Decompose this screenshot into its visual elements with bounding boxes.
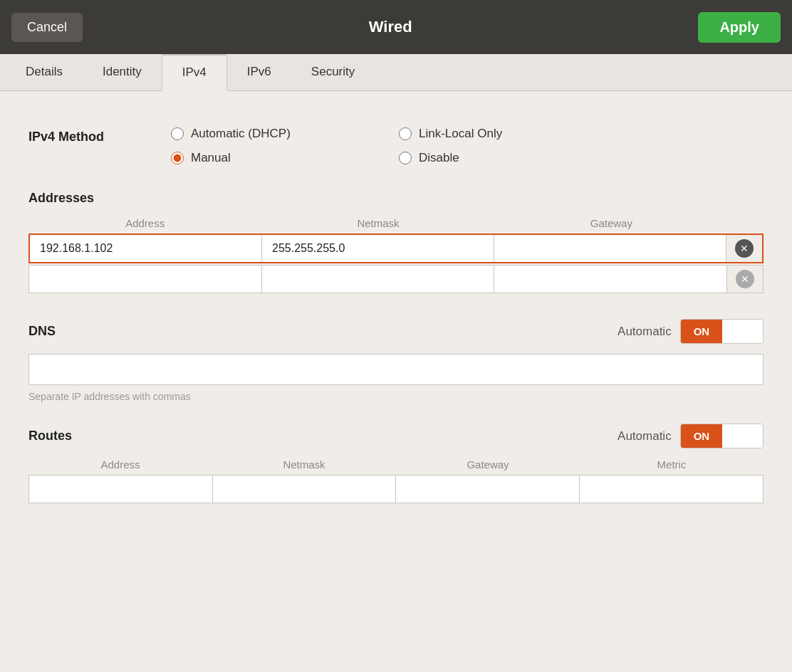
method-disable-label: Disable <box>419 151 459 165</box>
remove-row-1-button[interactable]: ✕ <box>735 239 754 258</box>
address-input-2[interactable] <box>39 273 251 285</box>
method-link-local-label: Link-Local Only <box>419 127 502 141</box>
dns-toggle-on: ON <box>681 320 723 343</box>
gateway-input-2[interactable] <box>504 273 717 285</box>
routes-toggle-off <box>722 424 763 448</box>
routes-gateway-input[interactable] <box>406 483 569 495</box>
addresses-section: Addresses Address Netmask Gateway <box>28 191 764 293</box>
apply-button[interactable]: Apply <box>698 12 781 43</box>
routes-col-netmask: Netmask <box>212 458 396 471</box>
routes-cell-netmask <box>213 476 397 503</box>
cancel-button[interactable]: Cancel <box>11 13 83 42</box>
routes-section: Routes Automatic ON Address Netmask Gate… <box>28 424 764 503</box>
method-dhcp-radio[interactable] <box>171 127 184 140</box>
dns-section: DNS Automatic ON Separate IP addresses w… <box>28 319 764 402</box>
addresses-title: Addresses <box>28 191 764 206</box>
addresses-header: Address Netmask Gateway <box>28 217 764 229</box>
address-cell-2-addr <box>29 266 262 293</box>
window-title: Wired <box>369 18 412 36</box>
routes-col-gateway: Gateway <box>396 458 580 471</box>
remove-cell-1: ✕ <box>726 235 762 262</box>
routes-row-1 <box>28 475 764 503</box>
routes-toggle-on: ON <box>681 424 723 448</box>
tab-identity[interactable]: Identity <box>83 54 162 91</box>
ipv4-method-options: Automatic (DHCP) Link-Local Only Manual … <box>171 127 598 165</box>
routes-auto-toggle: Automatic ON <box>618 424 764 448</box>
dns-hint: Separate IP addresses with commas <box>28 391 764 402</box>
routes-cell-gateway <box>396 476 580 503</box>
address-cell-1-netmask <box>262 235 494 262</box>
dns-title: DNS <box>28 324 56 339</box>
address-input-1[interactable] <box>40 242 251 255</box>
ipv4-method-section: IPv4 Method Automatic (DHCP) Link-Local … <box>28 127 764 165</box>
method-disable[interactable]: Disable <box>399 151 598 165</box>
routes-automatic-label: Automatic <box>618 429 672 443</box>
routes-metric-input[interactable] <box>590 483 754 495</box>
netmask-input-1[interactable] <box>272 242 484 255</box>
titlebar: Cancel Wired Apply <box>0 0 792 54</box>
routes-header: Routes Automatic ON <box>28 424 764 448</box>
method-manual-radio[interactable] <box>171 152 184 164</box>
method-manual[interactable]: Manual <box>171 151 370 165</box>
routes-cell-metric <box>580 476 764 503</box>
dns-automatic-label: Automatic <box>618 325 672 339</box>
tab-security[interactable]: Security <box>291 54 375 91</box>
method-link-local-radio[interactable] <box>399 127 412 140</box>
routes-table-header: Address Netmask Gateway Metric <box>28 458 764 471</box>
address-cell-1-addr <box>30 235 262 262</box>
method-disable-radio[interactable] <box>399 152 412 164</box>
col-netmask: Netmask <box>261 217 494 229</box>
method-dhcp-label: Automatic (DHCP) <box>191 127 291 141</box>
col-gateway: Gateway <box>495 217 728 229</box>
method-link-local[interactable]: Link-Local Only <box>399 127 598 141</box>
tabs-bar: Details Identity IPv4 IPv6 Security <box>0 54 792 91</box>
routes-toggle-switch[interactable]: ON <box>680 424 764 448</box>
ipv4-method-label: IPv4 Method <box>28 127 171 145</box>
routes-col-metric: Metric <box>580 458 764 471</box>
routes-address-input[interactable] <box>39 483 202 495</box>
method-manual-label: Manual <box>191 151 231 165</box>
routes-col-address: Address <box>28 458 212 471</box>
routes-cell-addr <box>29 476 213 503</box>
netmask-input-2[interactable] <box>272 273 484 285</box>
addresses-table: Address Netmask Gateway ✕ <box>28 217 764 293</box>
dns-header: DNS Automatic ON <box>28 319 764 344</box>
routes-title: Routes <box>28 429 72 443</box>
remove-row-2-button[interactable]: ✕ <box>736 270 754 288</box>
address-row-2: ✕ <box>28 265 764 293</box>
remove-cell-2: ✕ <box>727 266 763 293</box>
tab-ipv6[interactable]: IPv6 <box>227 54 291 91</box>
dns-input[interactable] <box>28 354 764 385</box>
gateway-input-1[interactable] <box>504 242 716 255</box>
address-cell-2-gateway <box>494 266 727 293</box>
main-content: IPv4 Method Automatic (DHCP) Link-Local … <box>0 91 792 539</box>
tab-details[interactable]: Details <box>6 54 83 91</box>
address-cell-2-netmask <box>262 266 495 293</box>
address-cell-1-gateway <box>494 235 726 262</box>
tab-ipv4[interactable]: IPv4 <box>162 54 227 91</box>
dns-toggle-switch[interactable]: ON <box>680 319 764 344</box>
method-dhcp[interactable]: Automatic (DHCP) <box>171 127 370 141</box>
dns-toggle-off <box>722 320 763 343</box>
routes-netmask-input[interactable] <box>223 483 386 495</box>
dns-auto-toggle: Automatic ON <box>618 319 764 344</box>
col-address: Address <box>28 217 261 229</box>
address-row-1: ✕ <box>28 233 764 263</box>
